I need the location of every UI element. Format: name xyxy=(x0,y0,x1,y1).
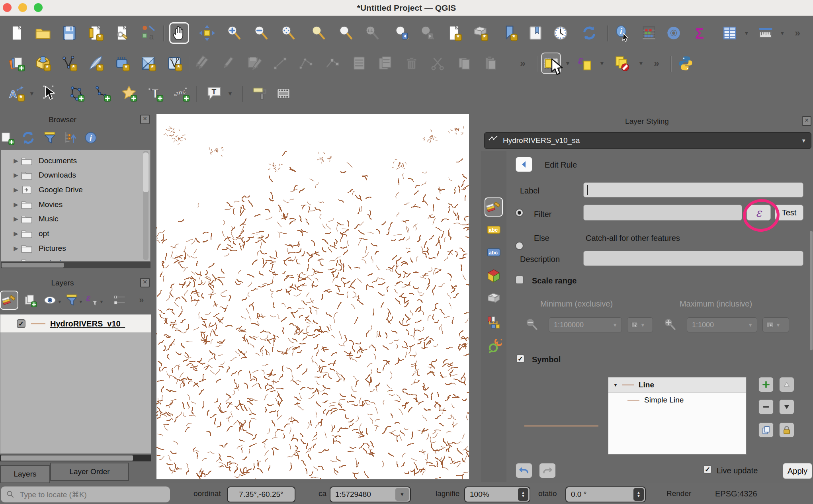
select-annotation-button[interactable] xyxy=(40,83,60,104)
description-input[interactable] xyxy=(583,251,803,266)
tab-layer-order[interactable]: Layer Order xyxy=(50,463,129,481)
layers-horizontal-scrollbar[interactable] xyxy=(0,455,151,461)
measure-button[interactable] xyxy=(756,22,776,44)
add-symbol-layer-button[interactable] xyxy=(758,377,774,392)
tab-layers[interactable]: Layers xyxy=(0,465,50,483)
zoom-to-native-resolution-button[interactable]: 1:1 xyxy=(362,22,382,44)
deselect-features-button[interactable] xyxy=(612,53,632,74)
selection-extension-button[interactable]: » xyxy=(649,53,669,74)
filter-radio[interactable] xyxy=(515,209,524,217)
show-layout-manager-button[interactable] xyxy=(112,22,132,44)
toolbar-extension-button[interactable]: » xyxy=(790,22,810,44)
expand-arrow-icon[interactable]: ▶ xyxy=(12,186,20,193)
new-shapefile-layer-button[interactable]: * xyxy=(86,53,106,74)
show-spatial-bookmarks-button[interactable] xyxy=(526,22,545,44)
show-statistics-button[interactable]: Σ xyxy=(690,22,710,44)
decorations-button[interactable] xyxy=(250,83,270,104)
symbol-node-simple-line[interactable]: Simple Line xyxy=(608,393,746,408)
back-button[interactable] xyxy=(516,157,532,172)
browser-item-music[interactable]: ▶Music xyxy=(1,212,150,227)
identify-features-button[interactable]: i xyxy=(612,22,632,44)
apply-button[interactable]: Apply xyxy=(783,463,812,479)
refresh-map-button[interactable] xyxy=(579,22,599,44)
current-edits-button[interactable] xyxy=(192,53,211,74)
browser-item-movies[interactable]: ▶Movies xyxy=(1,197,150,212)
digitize-with-segment-button[interactable] xyxy=(270,53,290,74)
add-line-feature-button[interactable] xyxy=(297,53,317,74)
layer-visibility-checkbox[interactable]: ✓ xyxy=(17,319,25,328)
create-polygon-annotation-button[interactable] xyxy=(66,83,86,104)
browser-item-downloads[interactable]: ▶Downloads xyxy=(1,168,150,183)
move-up-button[interactable] xyxy=(779,377,794,392)
browser-item-opt[interactable]: ▶opt xyxy=(1,227,150,241)
layers-toolbar-extension[interactable]: » xyxy=(135,291,153,310)
multi-edit-attributes-button[interactable] xyxy=(375,53,395,74)
map-canvas[interactable] xyxy=(156,114,469,479)
duplicate-symbol-layer-button[interactable] xyxy=(758,422,774,438)
properties-widget-button[interactable]: i xyxy=(82,128,100,147)
collapse-all-button[interactable] xyxy=(61,128,80,147)
new-geopackage-layer-button[interactable]: * xyxy=(164,53,184,74)
new-map-view-button[interactable]: * xyxy=(444,22,464,44)
max-scale-combo[interactable]: 1:1000▼ xyxy=(687,317,757,332)
browser-vertical-scrollbar[interactable] xyxy=(143,151,149,260)
tab-transparency[interactable] xyxy=(485,289,503,309)
label-input[interactable] xyxy=(583,182,803,197)
create-line-annotation-button[interactable] xyxy=(93,83,113,104)
zoom-last-button[interactable] xyxy=(392,22,412,44)
redo-style-button[interactable] xyxy=(539,463,556,478)
filter-by-expression-button-dropdown[interactable]: ▼ xyxy=(98,294,105,310)
digitizing-extension-button[interactable]: » xyxy=(516,53,535,74)
scale-combo[interactable]: 1:5729480 ▼ xyxy=(330,486,411,502)
python-console-button[interactable] xyxy=(676,53,696,74)
labeling-options-dropdown[interactable]: ▼ xyxy=(28,83,35,104)
measure-dropdown[interactable]: ▼ xyxy=(779,22,786,44)
browser-item-pictures[interactable]: ▶Pictures xyxy=(1,241,150,256)
symbol-node-line[interactable]: ▼Line xyxy=(608,377,746,393)
expand-all-button[interactable] xyxy=(110,291,129,310)
new-virtual-layer-button[interactable]: * xyxy=(112,53,132,74)
add-group-button[interactable] xyxy=(21,291,39,310)
stepper-arrows-icon[interactable]: ▲▼ xyxy=(633,488,644,501)
refresh-browser-button[interactable] xyxy=(19,128,37,147)
tab-symbology[interactable] xyxy=(485,197,503,217)
zoom-in-button[interactable] xyxy=(224,22,244,44)
expand-arrow-icon[interactable]: ▶ xyxy=(12,157,20,164)
expand-arrow-icon[interactable]: ▶ xyxy=(12,172,20,179)
new-print-layout-button[interactable]: * xyxy=(86,22,106,44)
add-vector-layer-button[interactable]: * xyxy=(33,53,53,74)
pan-map-button[interactable] xyxy=(169,22,189,44)
save-project-button[interactable] xyxy=(59,22,79,44)
stepper-arrows-icon[interactable]: ▲▼ xyxy=(518,488,528,501)
open-attribute-table-dropdown[interactable]: ▼ xyxy=(743,22,750,44)
copy-features-button[interactable] xyxy=(454,53,474,74)
zoom-to-layer-button[interactable] xyxy=(336,22,356,44)
style-manager-button[interactable]: a xyxy=(138,22,158,44)
layer-styling-close-icon[interactable]: ✕ xyxy=(802,116,811,126)
expand-arrow-icon[interactable]: ▶ xyxy=(12,215,20,223)
text-annotation-tool-button[interactable]: T xyxy=(204,83,224,104)
new-spatial-bookmark-button[interactable]: * xyxy=(500,22,520,44)
open-attribute-table-button[interactable] xyxy=(720,22,740,44)
expand-arrow-icon[interactable]: ▶ xyxy=(12,230,20,237)
styling-layer-selector[interactable]: HydroRIVERS_v10_sa ▼ xyxy=(484,132,811,149)
open-layer-styling-button[interactable] xyxy=(0,291,18,310)
delete-selected-button[interactable] xyxy=(402,53,422,74)
expand-arrow-icon[interactable]: ▶ xyxy=(12,201,20,208)
zoom-full-button[interactable] xyxy=(278,22,298,44)
statistical-summary-button[interactable] xyxy=(639,22,659,44)
preview-mode-button[interactable] xyxy=(274,83,293,104)
browser-horizontal-scrollbar[interactable] xyxy=(1,262,150,268)
expand-arrow-icon[interactable]: ▶ xyxy=(12,245,20,252)
text-annotation-dropdown[interactable]: ▼ xyxy=(227,83,234,104)
select-by-expression-dropdown[interactable]: ▼ xyxy=(598,53,606,74)
add-raster-layer-button[interactable]: * xyxy=(138,53,158,74)
vertex-tool-button[interactable] xyxy=(323,53,343,74)
zoom-next-button[interactable] xyxy=(418,22,438,44)
modify-attributes-button[interactable] xyxy=(349,53,369,74)
processing-toolbox-button[interactable] xyxy=(664,22,684,44)
open-project-button[interactable] xyxy=(33,22,53,44)
create-marker-annotation-button[interactable] xyxy=(119,83,139,104)
coordinate-field[interactable]: 7.35°,-60.25° xyxy=(227,486,295,502)
layers-close-icon[interactable]: ✕ xyxy=(140,278,150,287)
